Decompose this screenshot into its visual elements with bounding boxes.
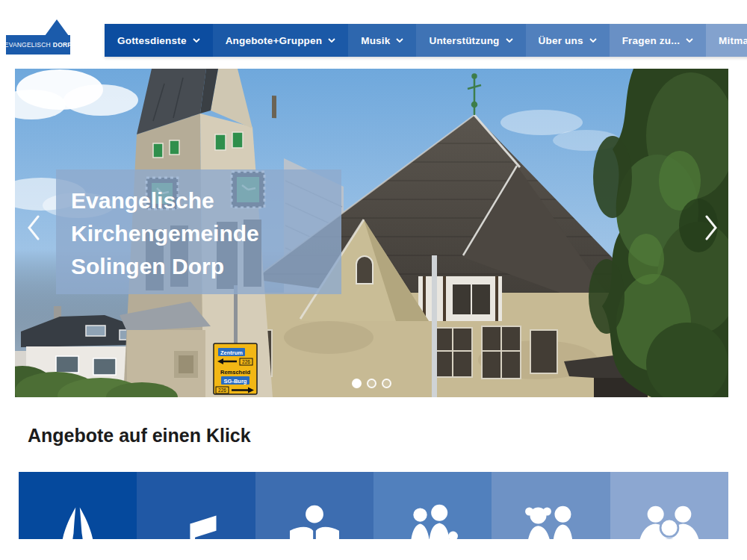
- nav-item-musik[interactable]: Musik: [348, 24, 416, 57]
- praying-hands-icon: [45, 499, 111, 539]
- carousel-dot-3[interactable]: [382, 379, 391, 388]
- hero-carousel: Zentrum 226 Remscheid SG-Burg 226: [15, 69, 728, 397]
- nav-item-ueber-uns[interactable]: Über uns: [526, 24, 610, 57]
- site-logo[interactable]: EVANGELISCH DORP: [6, 19, 70, 55]
- logo-text-dorp: DORP: [53, 41, 72, 49]
- quick-links-tiles: [19, 472, 728, 539]
- tile-group[interactable]: [610, 472, 728, 539]
- nav-item-unterstuetzung[interactable]: Unterstützung: [416, 24, 525, 57]
- nav-item-angebote-gruppen[interactable]: Angebote+Gruppen: [213, 24, 349, 57]
- people-group-icon: [636, 499, 702, 539]
- nav-item-fragen-zu[interactable]: Fragen zu...: [610, 24, 706, 57]
- chevron-down-icon: [396, 38, 403, 43]
- carousel-dot-1[interactable]: [352, 379, 362, 388]
- nav-item-mitmachen[interactable]: Mitmachen: [706, 24, 747, 57]
- family-icon: [400, 499, 465, 539]
- site-header: EVANGELISCH DORP Gottesdienste Angebote+…: [0, 0, 747, 69]
- carousel-prev-button[interactable]: [24, 213, 43, 243]
- tile-reading[interactable]: [255, 472, 374, 539]
- chevron-right-icon: [704, 215, 718, 240]
- hero-title-line: Kirchengemeinde: [71, 217, 334, 250]
- children-icon: [518, 499, 583, 539]
- svg-text:226: 226: [242, 359, 250, 364]
- hero-title-line: Solingen Dorp: [71, 250, 334, 283]
- main-nav: Gottesdienste Angebote+Gruppen Musik Unt…: [105, 24, 747, 57]
- chevron-down-icon: [686, 38, 693, 43]
- tile-family[interactable]: [374, 472, 492, 539]
- hero-title-overlay: Evangelische Kirchengemeinde Solingen Do…: [56, 169, 341, 294]
- chevron-down-icon: [328, 38, 335, 43]
- page-section-heading: Angebote auf einen Klick: [28, 425, 747, 447]
- music-note-icon: [163, 499, 229, 539]
- chevron-down-icon: [506, 38, 513, 43]
- tile-children[interactable]: [492, 472, 610, 539]
- logo-text-evangelisch: EVANGELISCH: [4, 41, 51, 49]
- svg-text:Zentrum: Zentrum: [220, 349, 243, 356]
- chevron-down-icon: [193, 38, 200, 43]
- hero-title-line: Evangelische: [71, 184, 334, 217]
- tile-music[interactable]: [137, 472, 255, 539]
- carousel-next-button[interactable]: [701, 213, 721, 243]
- chevron-left-icon: [27, 215, 40, 240]
- carousel-dots: [15, 379, 728, 388]
- chevron-down-icon: [589, 38, 597, 43]
- church-spire-logo-icon: [45, 19, 69, 36]
- tile-praying-hands[interactable]: [19, 472, 137, 539]
- person-reading-icon: [282, 499, 347, 539]
- nav-item-gottesdienste[interactable]: Gottesdienste: [105, 24, 213, 57]
- svg-text:Remscheid: Remscheid: [220, 369, 250, 376]
- carousel-dot-2[interactable]: [367, 379, 376, 388]
- svg-text:226: 226: [218, 388, 226, 393]
